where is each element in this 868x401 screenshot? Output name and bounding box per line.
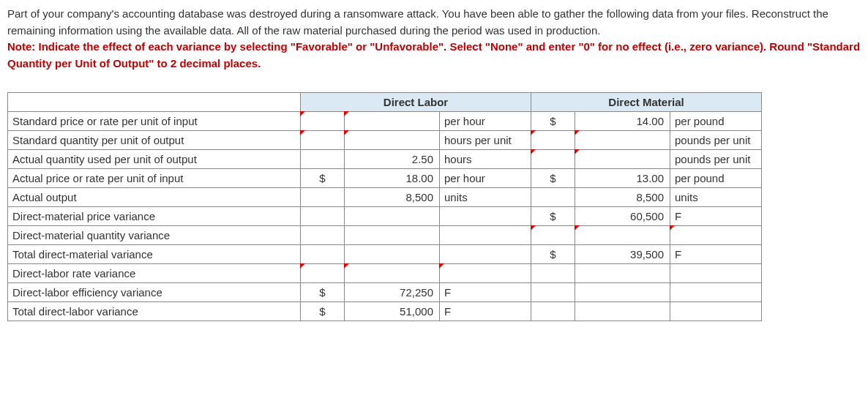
row-label: Direct-material price variance xyxy=(8,207,301,226)
header-blank xyxy=(8,93,301,112)
dm-value: 8,500 xyxy=(575,188,670,207)
row-label: Actual output xyxy=(8,188,301,207)
row-label: Direct-labor efficiency variance xyxy=(8,283,301,302)
dl-unit: hours xyxy=(440,150,531,169)
dm-unit: per pound xyxy=(670,169,762,188)
dl-value xyxy=(345,207,440,226)
dm-currency xyxy=(531,188,575,207)
row-total-dl-variance: Total direct-labor variance $ 51,000 F xyxy=(8,302,762,321)
dm-value-input[interactable] xyxy=(575,150,670,169)
dl-value: 51,000 xyxy=(345,302,440,321)
row-label: Total direct-material variance xyxy=(8,245,301,264)
header-direct-labor: Direct Labor xyxy=(301,93,531,112)
row-label: Standard price or rate per unit of input xyxy=(8,112,301,131)
instructions-text: Part of your company's accounting databa… xyxy=(7,7,828,37)
dm-value-input[interactable] xyxy=(575,226,670,245)
dm-unit xyxy=(670,302,762,321)
dm-currency-input[interactable] xyxy=(531,226,575,245)
dl-unit: per hour xyxy=(440,169,531,188)
dl-value: 18.00 xyxy=(345,169,440,188)
row-dl-rate-variance: Direct-labor rate variance xyxy=(8,264,762,283)
dl-currency: $ xyxy=(301,169,345,188)
header-direct-material: Direct Material xyxy=(531,93,762,112)
dl-currency-input[interactable] xyxy=(301,131,345,150)
dm-unit: units xyxy=(670,188,762,207)
dm-currency xyxy=(531,302,575,321)
row-label: Actual quantity used per unit of output xyxy=(8,150,301,169)
row-actual-price: Actual price or rate per unit of input $… xyxy=(8,169,762,188)
dm-currency: $ xyxy=(531,169,575,188)
dl-unit: per hour xyxy=(440,112,531,131)
dm-value xyxy=(575,302,670,321)
dl-currency-input[interactable] xyxy=(301,112,345,131)
dm-value xyxy=(575,283,670,302)
row-label: Standard quantity per unit of output xyxy=(8,131,301,150)
dl-unit xyxy=(440,207,531,226)
dl-unit: F xyxy=(440,283,531,302)
dm-unit-select[interactable] xyxy=(670,226,762,245)
row-label: Actual price or rate per unit of input xyxy=(8,169,301,188)
dm-value-input[interactable] xyxy=(575,131,670,150)
row-label: Total direct-labor variance xyxy=(8,302,301,321)
dm-unit: pounds per unit xyxy=(670,131,762,150)
dm-value: 13.00 xyxy=(575,169,670,188)
dm-currency xyxy=(531,283,575,302)
dl-currency: $ xyxy=(301,302,345,321)
variance-table: Direct Labor Direct Material Standard pr… xyxy=(7,92,762,321)
dl-currency xyxy=(301,226,345,245)
dm-value: 14.00 xyxy=(575,112,670,131)
dl-unit: hours per unit xyxy=(440,131,531,150)
dl-currency xyxy=(301,207,345,226)
row-actual-qty: Actual quantity used per unit of output … xyxy=(8,150,762,169)
dl-currency xyxy=(301,245,345,264)
header-row: Direct Labor Direct Material xyxy=(8,93,762,112)
dl-unit xyxy=(440,226,531,245)
dl-unit: F xyxy=(440,302,531,321)
dl-currency xyxy=(301,188,345,207)
dl-value: 72,250 xyxy=(345,283,440,302)
row-label: Direct-material quantity variance xyxy=(8,226,301,245)
row-label: Direct-labor rate variance xyxy=(8,264,301,283)
dm-currency-input[interactable] xyxy=(531,131,575,150)
row-std-qty: Standard quantity per unit of output hou… xyxy=(8,131,762,150)
dl-value xyxy=(345,245,440,264)
dm-currency: $ xyxy=(531,112,575,131)
dl-unit xyxy=(440,245,531,264)
instructions-note: Note: Indicate the effect of each varian… xyxy=(7,40,860,70)
row-std-price: Standard price or rate per unit of input… xyxy=(8,112,762,131)
row-dl-eff-variance: Direct-labor efficiency variance $ 72,25… xyxy=(8,283,762,302)
dm-currency-input[interactable] xyxy=(531,150,575,169)
dm-value: 60,500 xyxy=(575,207,670,226)
dm-currency xyxy=(531,264,575,283)
dm-unit: pounds per unit xyxy=(670,150,762,169)
instructions-block: Part of your company's accounting databa… xyxy=(7,6,861,72)
dl-currency xyxy=(301,150,345,169)
dm-unit: F xyxy=(670,245,762,264)
dl-unit: units xyxy=(440,188,531,207)
dl-value xyxy=(345,226,440,245)
dl-unit-select[interactable] xyxy=(440,264,531,283)
dm-unit: F xyxy=(670,207,762,226)
dl-value: 2.50 xyxy=(345,150,440,169)
row-actual-output: Actual output 8,500 units 8,500 units xyxy=(8,188,762,207)
dm-currency: $ xyxy=(531,207,575,226)
dm-unit: per pound xyxy=(670,112,762,131)
dm-currency: $ xyxy=(531,245,575,264)
row-dm-price-variance: Direct-material price variance $ 60,500 … xyxy=(8,207,762,226)
dm-value: 39,500 xyxy=(575,245,670,264)
dm-unit xyxy=(670,283,762,302)
dl-currency-input[interactable] xyxy=(301,264,345,283)
dl-value-input[interactable] xyxy=(345,264,440,283)
dl-value-input[interactable] xyxy=(345,131,440,150)
dl-value-input[interactable] xyxy=(345,112,440,131)
dl-currency: $ xyxy=(301,283,345,302)
row-dm-qty-variance: Direct-material quantity variance xyxy=(8,226,762,245)
dm-unit xyxy=(670,264,762,283)
row-total-dm-variance: Total direct-material variance $ 39,500 … xyxy=(8,245,762,264)
dm-value xyxy=(575,264,670,283)
dl-value: 8,500 xyxy=(345,188,440,207)
